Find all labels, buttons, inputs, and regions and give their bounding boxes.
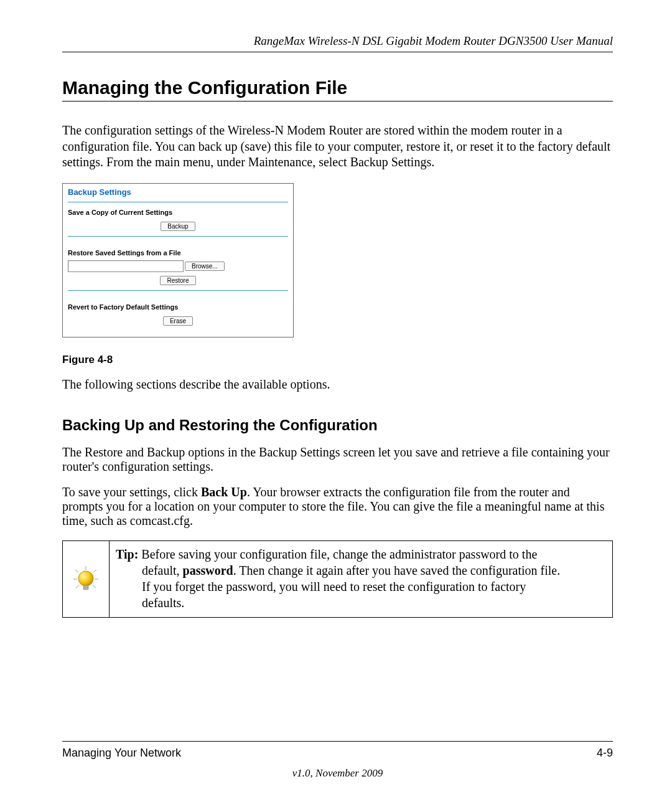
revert-label: Revert to Factory Default Settings [68, 303, 288, 311]
file-path-input[interactable] [68, 260, 184, 272]
page-footer: Managing Your Network 4-9 v1.0, November… [62, 741, 613, 780]
svg-line-6 [93, 585, 96, 588]
intro-paragraph: The configuration settings of the Wirele… [62, 123, 613, 171]
save-copy-label: Save a Copy of Current Settings [68, 209, 288, 216]
text: Before saving your configuration file, c… [138, 547, 537, 561]
browse-button[interactable]: Browse... [185, 262, 225, 271]
divider [68, 202, 288, 202]
backup-emphasis: Back Up [201, 485, 247, 499]
sub-paragraph-2: To save your settings, click Back Up. Yo… [62, 485, 613, 528]
tip-box: Tip: Before saving your configuration fi… [62, 540, 613, 618]
footer-page-number: 4-9 [597, 747, 613, 760]
svg-line-2 [93, 570, 96, 572]
lightbulb-icon [72, 565, 100, 593]
tip-text: Tip: Before saving your configuration fi… [110, 541, 612, 617]
tip-label: Tip: [116, 547, 138, 561]
erase-button[interactable]: Erase [163, 316, 193, 326]
heading-sub: Backing Up and Restoring the Configurati… [62, 417, 613, 434]
panel-title: Backup Settings [68, 187, 288, 202]
restore-label: Restore Saved Settings from a File [68, 249, 288, 257]
divider [68, 290, 288, 291]
password-emphasis: password [183, 564, 233, 577]
footer-section-title: Managing Your Network [62, 747, 181, 760]
after-figure-text: The following sections describe the avai… [62, 377, 613, 392]
text: . Then change it again after you have sa… [233, 564, 561, 577]
divider [68, 236, 288, 237]
backup-button[interactable]: Backup [161, 222, 195, 231]
text: default, [142, 564, 183, 577]
svg-line-1 [75, 570, 78, 572]
svg-point-7 [78, 571, 93, 586]
text: To save your settings, click [62, 485, 201, 499]
footer-version: v1.0, November 2009 [62, 767, 613, 780]
svg-line-5 [76, 585, 79, 588]
figure-caption: Figure 4-8 [62, 354, 613, 366]
backup-settings-panel: Backup Settings Save a Copy of Current S… [62, 183, 294, 337]
svg-rect-8 [83, 585, 88, 590]
tip-icon-cell [63, 541, 110, 617]
running-header: RangeMax Wireless-N DSL Gigabit Modem Ro… [62, 34, 613, 52]
restore-button[interactable]: Restore [160, 276, 195, 285]
heading-main: Managing the Configuration File [62, 77, 613, 101]
text: If you forget the password, you will nee… [142, 580, 526, 593]
sub-paragraph-1: The Restore and Backup options in the Ba… [62, 445, 613, 474]
text: defaults. [142, 596, 184, 610]
